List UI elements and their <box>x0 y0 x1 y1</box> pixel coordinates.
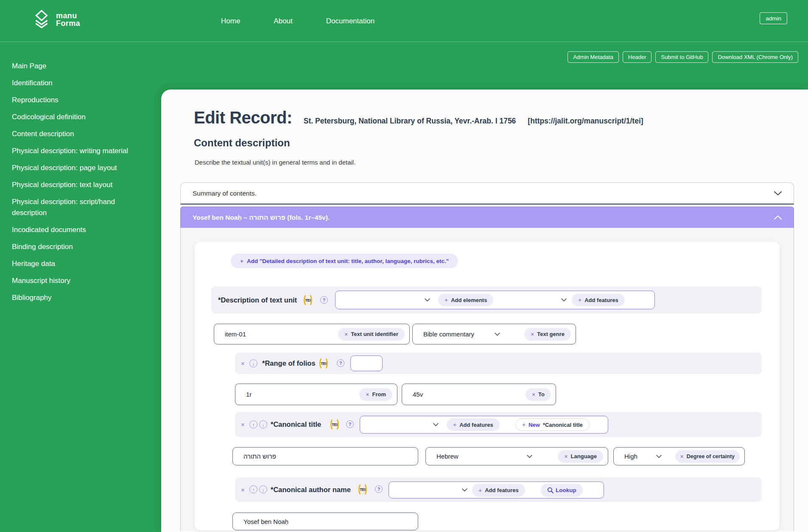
language-tag[interactable]: × Language <box>558 450 603 463</box>
canonical-title-input[interactable] <box>243 453 413 460</box>
language-box[interactable]: Hebrew × Language <box>425 447 608 465</box>
section-title: Content description <box>194 137 290 149</box>
close-icon: × <box>564 453 568 460</box>
folio-to-tag[interactable]: × To <box>526 388 551 401</box>
add-elements-button[interactable]: + Add elements <box>438 294 493 306</box>
svg-text:TEI: TEI <box>305 298 310 302</box>
add-features-button[interactable]: + Add features <box>472 484 525 497</box>
nav-link-about[interactable]: About <box>274 17 292 25</box>
sidebar-item-physical-page-layout[interactable]: Physical description: page layout <box>0 162 161 174</box>
add-detailed-description-button[interactable]: + Add "Detailed description of text unit… <box>231 254 458 268</box>
sidebar-item-manuscript-history[interactable]: Manuscript history <box>0 275 161 286</box>
brand-name: manu Forma <box>56 12 80 27</box>
record-toolbar: Admin Metadata Header Submit to GitHub D… <box>568 51 798 63</box>
new-canonical-title-button[interactable]: + New *Canonical title <box>515 418 590 431</box>
element-select[interactable] <box>425 298 430 302</box>
sidebar-item-codicological-definition[interactable]: Codicological definition <box>0 112 161 123</box>
lookup-button[interactable]: Lookup <box>541 484 583 497</box>
sidebar-item-bibliography[interactable]: Bibliography <box>0 292 161 303</box>
text-unit-identifier-input[interactable] <box>225 330 338 338</box>
canonical-author-value-box <box>232 512 418 530</box>
text-genre-tag[interactable]: × Text genre <box>524 328 571 341</box>
text-unit-identifier-box: × Text unit identifier <box>214 324 410 344</box>
add-features-button[interactable]: + Add features <box>572 294 625 306</box>
language-value: Hebrew <box>436 453 459 460</box>
canonical-author-row: × ↑ ↓ *Canonical author name TEI ? <box>235 477 762 502</box>
download-xml-button[interactable]: Download XML (Chrome Only) <box>712 51 798 63</box>
help-icon[interactable]: ? <box>320 296 328 304</box>
sidebar-item-heritage-data[interactable]: Heritage data <box>0 258 161 269</box>
certainty-value: High <box>624 453 637 460</box>
accordion-summary-label: Summary of contents. <box>193 190 257 197</box>
text-unit-panel: + Add "Detailed description of text unit… <box>195 242 780 530</box>
help-icon[interactable]: ? <box>337 359 344 367</box>
content-accordion: Summary of contents. Yosef ben Noaḥ – פר… <box>180 182 794 531</box>
sidebar-item-physical-script-hand[interactable]: Physical description: script/hand descri… <box>0 196 161 218</box>
section-hint: Describe the textual unit(s) in general … <box>195 159 355 166</box>
remove-icon[interactable]: × <box>241 477 245 502</box>
text-genre-value: Bible commentary <box>423 330 474 338</box>
tei-badge-icon[interactable]: TEI <box>357 484 368 495</box>
move-down-icon[interactable]: ↓ <box>259 420 267 428</box>
plus-icon: + <box>453 421 456 428</box>
brand-logo[interactable]: manu Forma <box>32 10 80 29</box>
folio-range-input[interactable] <box>350 356 383 371</box>
sidebar-item-reproductions[interactable]: Reproductions <box>0 95 161 106</box>
move-up-icon[interactable]: ↑ <box>249 485 257 493</box>
canonical-author-container: + Add features Lookup <box>389 482 604 498</box>
admin-metadata-button[interactable]: Admin Metadata <box>568 51 619 63</box>
tei-badge-icon[interactable]: TEI <box>329 419 340 430</box>
nav-links: Home About Documentation <box>221 0 375 42</box>
nav-link-home[interactable]: Home <box>221 17 240 25</box>
accordion-summary-of-contents[interactable]: Summary of contents. <box>180 182 794 204</box>
remove-icon[interactable]: × <box>241 412 245 437</box>
sidebar-item-physical-writing-material[interactable]: Physical description: writing material <box>0 146 161 157</box>
sidebar-item-physical-text-layout[interactable]: Physical description: text layout <box>0 179 161 190</box>
move-up-icon[interactable]: ↑ <box>249 420 257 428</box>
canonical-title-container: + Add features + New *Canonical title <box>360 416 608 434</box>
record-uri: [https://jalit.org/manuscript/1/tei] <box>528 117 643 126</box>
range-of-folios-label: *Range of folios <box>262 353 316 374</box>
canonical-author-input[interactable] <box>243 518 413 525</box>
folio-from-input[interactable] <box>246 391 359 398</box>
text-genre-box[interactable]: Bible commentary × Text genre <box>412 324 576 344</box>
canonical-title-label: *Canonical title <box>271 412 321 437</box>
sidebar-item-content-description[interactable]: Content description <box>0 129 161 140</box>
svg-text:TEI: TEI <box>321 361 326 366</box>
help-icon[interactable]: ? <box>346 420 354 428</box>
folio-from-box: × From <box>235 384 397 405</box>
move-down-icon[interactable]: ↓ <box>249 359 257 367</box>
admin-user-button[interactable]: admin <box>760 12 787 24</box>
add-features-button[interactable]: + Add features <box>447 418 500 431</box>
svg-text:TEI: TEI <box>360 487 365 492</box>
feature-select[interactable] <box>462 488 467 492</box>
chevron-up-icon <box>774 216 782 220</box>
text-unit-identifier-tag[interactable]: × Text unit identifier <box>338 328 405 341</box>
chevron-down-icon <box>774 191 782 196</box>
sidebar-item-identification[interactable]: Identification <box>0 78 161 89</box>
plus-icon: + <box>240 258 243 264</box>
nav-link-documentation[interactable]: Documentation <box>326 17 375 25</box>
accordion-body: + Add "Detailed description of text unit… <box>180 228 794 531</box>
accordion-text-unit-header[interactable]: Yosef ben Noaḥ – פרוש התורה (fols. 1r–45… <box>180 207 794 228</box>
submit-to-github-button[interactable]: Submit to GitHub <box>655 51 708 63</box>
certainty-tag[interactable]: × Degree of certainty <box>675 450 740 463</box>
folio-from-tag[interactable]: × From <box>359 388 392 401</box>
sidebar-item-main-page[interactable]: Main Page <box>0 61 161 72</box>
feature-select[interactable] <box>561 298 567 302</box>
sidebar-item-incodicated-documents[interactable]: Incodicated documents <box>0 224 161 235</box>
record-header: Edit Record: St. Petersburg, National Li… <box>194 108 643 127</box>
folio-to-input[interactable] <box>413 391 526 398</box>
help-icon[interactable]: ? <box>375 485 383 493</box>
canonical-author-label: *Canonical author name <box>271 477 351 502</box>
feature-select[interactable] <box>433 423 439 426</box>
header-button[interactable]: Header <box>623 51 652 63</box>
close-icon: × <box>680 453 684 460</box>
tei-badge-icon[interactable]: TEI <box>318 358 329 369</box>
remove-icon[interactable]: × <box>241 353 245 374</box>
certainty-box[interactable]: High × Degree of certainty <box>613 447 745 465</box>
tei-badge-icon[interactable]: TEI <box>302 294 313 306</box>
close-icon: × <box>344 331 348 338</box>
move-down-icon[interactable]: ↓ <box>259 485 267 493</box>
sidebar-item-binding-description[interactable]: Binding description <box>0 241 161 252</box>
